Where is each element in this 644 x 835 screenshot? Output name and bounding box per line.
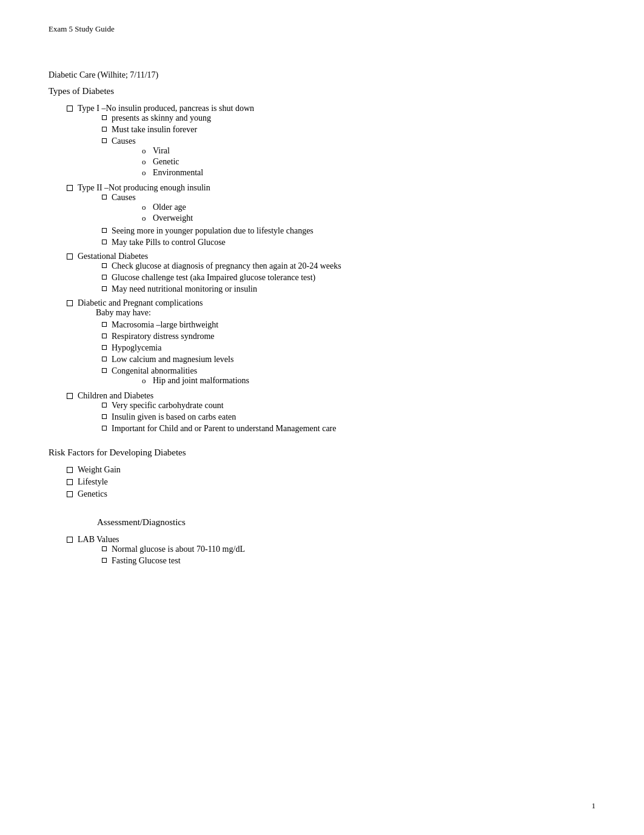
list-item: Type II –Not producing enough insulin Ca… xyxy=(67,183,595,249)
list-item: Causes o Older age o Overweight xyxy=(102,193,595,224)
list-item: Type I –No insulin produced, pancreas is… xyxy=(67,104,595,181)
list-item: Congenital abnormalities o Hip and joint… xyxy=(102,366,595,387)
gestational-sublist: Check glucose at diagnosis of pregnancy … xyxy=(78,261,595,294)
list-item: Diabetic and Pregnant complications Baby… xyxy=(67,298,595,389)
list-item: LAB Values Normal glucose is about 70-11… xyxy=(67,535,595,568)
bullet-icon xyxy=(102,138,107,143)
diabetic-pregnant-label: Diabetic and Pregnant complications xyxy=(78,298,203,307)
list-item: o Older age xyxy=(142,203,595,212)
type2-causes-label: Causes xyxy=(112,193,136,202)
type2-label: Type II –Not producing enough insulin xyxy=(78,183,210,192)
cause-viral: Viral xyxy=(153,146,595,156)
page-header: Exam 5 Study Guide xyxy=(49,24,595,34)
baby-label: Baby may have: xyxy=(78,308,595,318)
bullet-o-icon: o xyxy=(142,168,150,178)
cause-older-age: Older age xyxy=(153,203,595,212)
bullet-icon xyxy=(67,393,73,399)
header-title: Exam 5 Study Guide xyxy=(49,24,115,33)
types-of-diabetes-content: Type I –No insulin produced, pancreas is… xyxy=(49,104,595,435)
bullet-icon xyxy=(67,537,73,543)
lab-values-sublist: Normal glucose is about 70-110 mg/dL Fas… xyxy=(78,545,595,566)
page-number: 1 xyxy=(592,801,596,811)
list-item: Fasting Glucose test xyxy=(102,556,595,566)
list-item: o Genetic xyxy=(142,157,595,167)
bullet-icon xyxy=(67,300,73,306)
bullet-icon xyxy=(102,127,107,132)
normal-glucose: Normal glucose is about 70-110 mg/dL xyxy=(112,545,595,554)
bullet-icon xyxy=(102,240,107,244)
section-heading: Diabetic Care (Wilhite; 7/11/17) xyxy=(49,70,595,80)
type1-causes-label: Causes xyxy=(112,136,136,146)
bullet-icon xyxy=(102,334,107,338)
list-item: o Hip and joint malformations xyxy=(142,376,595,386)
risk-lifestyle: Lifestyle xyxy=(78,477,595,487)
types-list: Type I –No insulin produced, pancreas is… xyxy=(49,104,595,435)
bullet-icon xyxy=(102,345,107,350)
list-item: Normal glucose is about 70-110 mg/dL xyxy=(102,545,595,554)
list-item: o Overweight xyxy=(142,213,595,223)
list-item: Hypoglycemia xyxy=(102,343,595,353)
cause-genetic: Genetic xyxy=(153,157,595,167)
congenital-list: o Hip and joint malformations xyxy=(112,376,595,386)
bullet-icon xyxy=(102,322,107,327)
bullet-o-icon: o xyxy=(142,376,150,386)
type2-sub2: Seeing more in younger population due to… xyxy=(112,226,595,236)
fasting-glucose: Fasting Glucose test xyxy=(112,556,595,566)
list-item: Very specific carbohydrate count xyxy=(102,401,595,411)
cause-environmental: Environmental xyxy=(153,168,595,178)
risk-weight-gain: Weight Gain xyxy=(78,465,595,475)
type1-sub2: Must take insulin forever xyxy=(112,125,595,135)
diabetic-pregnant-sublist: Macrosomia –large birthweight Respirator… xyxy=(78,320,595,387)
bullet-o-icon: o xyxy=(142,213,150,223)
dp-congenital-label: Congenital abnormalities xyxy=(112,366,197,375)
risk-factors-content: Weight Gain Lifestyle Genetics xyxy=(49,465,595,499)
dp-sub2: Respiratory distress syndrome xyxy=(112,332,595,341)
bullet-icon xyxy=(102,263,107,268)
bullet-o-icon: o xyxy=(142,203,150,212)
list-item: May take Pills to control Glucose xyxy=(102,238,595,247)
children-sub1: Very specific carbohydrate count xyxy=(112,401,595,411)
bullet-o-icon: o xyxy=(142,146,150,156)
list-item: Causes o Viral o Genetic xyxy=(102,136,595,179)
children-sub3: Important for Child and or Parent to und… xyxy=(112,424,595,434)
assessment-title: Assessment/Diagnostics xyxy=(97,517,595,528)
risk-factors-title: Risk Factors for Developing Diabetes xyxy=(49,448,595,458)
assessment-list: LAB Values Normal glucose is about 70-11… xyxy=(49,535,595,568)
bullet-icon xyxy=(102,368,107,373)
bullet-icon xyxy=(102,357,107,361)
children-diabetes-sublist: Very specific carbohydrate count Insulin… xyxy=(78,401,595,434)
bullet-icon xyxy=(102,286,107,291)
bullet-icon xyxy=(102,546,107,551)
bullet-icon xyxy=(102,403,107,407)
list-item: Check glucose at diagnosis of pregnancy … xyxy=(102,261,595,271)
children-sub2: Insulin given is based on carbs eaten xyxy=(112,412,595,422)
list-item: Respiratory distress syndrome xyxy=(102,332,595,341)
lab-values-label: LAB Values xyxy=(78,535,119,544)
bullet-icon xyxy=(102,426,107,431)
dp-sub4: Low calcium and magnesium levels xyxy=(112,355,595,364)
cause-overweight: Overweight xyxy=(153,213,595,223)
list-item: Children and Diabetes Very specific carb… xyxy=(67,391,595,435)
dp-sub3: Hypoglycemia xyxy=(112,343,595,353)
gestational-sub2: Glucose challenge test (aka Impaired glu… xyxy=(112,273,595,283)
bullet-icon xyxy=(102,195,107,200)
list-item: o Viral xyxy=(142,146,595,156)
bullet-icon xyxy=(67,491,73,497)
bullet-icon xyxy=(67,106,73,112)
list-item: May need nutritional monitoring or insul… xyxy=(102,284,595,294)
type1-sublist: presents as skinny and young Must take i… xyxy=(78,113,595,179)
bullet-icon xyxy=(67,467,73,473)
list-item: presents as skinny and young xyxy=(102,113,595,123)
bullet-icon xyxy=(67,479,73,485)
type2-causes-list: o Older age o Overweight xyxy=(112,203,595,223)
list-item: Weight Gain xyxy=(67,465,595,475)
list-item: Genetics xyxy=(67,489,595,499)
list-item: Important for Child and or Parent to und… xyxy=(102,424,595,434)
bullet-icon xyxy=(67,253,73,260)
children-diabetes-label: Children and Diabetes xyxy=(78,391,153,400)
types-of-diabetes-title: Types of Diabetes xyxy=(49,86,595,96)
list-item: Seeing more in younger population due to… xyxy=(102,226,595,236)
gestational-label: Gestational Diabetes xyxy=(78,252,148,261)
assessment-content: LAB Values Normal glucose is about 70-11… xyxy=(49,535,595,568)
gestational-sub1: Check glucose at diagnosis of pregnancy … xyxy=(112,261,595,271)
